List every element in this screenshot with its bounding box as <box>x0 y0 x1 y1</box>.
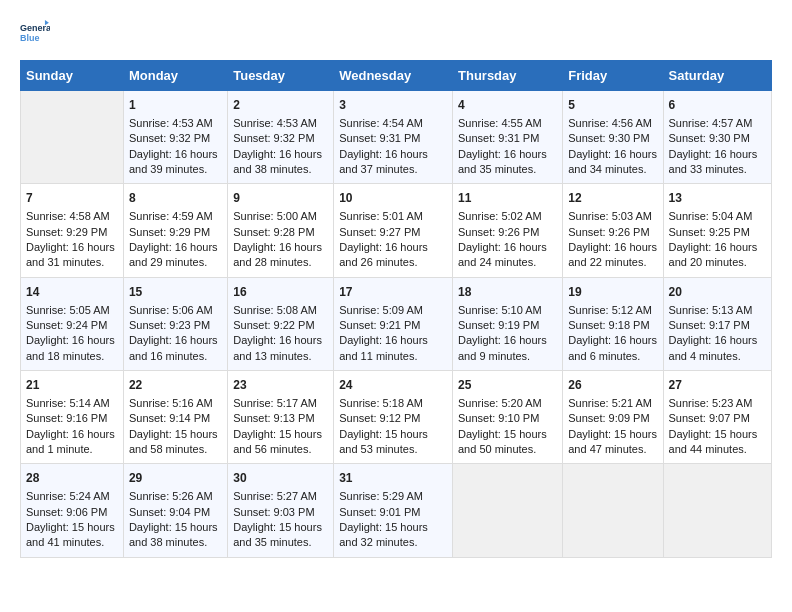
day-info: Daylight: 15 hours and 35 minutes. <box>233 520 328 551</box>
day-number: 20 <box>669 284 766 301</box>
day-cell: 6Sunrise: 4:57 AMSunset: 9:30 PMDaylight… <box>663 91 771 184</box>
week-row-2: 7Sunrise: 4:58 AMSunset: 9:29 PMDaylight… <box>21 184 772 277</box>
day-info: Daylight: 16 hours and 26 minutes. <box>339 240 447 271</box>
day-info: Sunrise: 5:12 AM <box>568 303 657 318</box>
day-cell: 14Sunrise: 5:05 AMSunset: 9:24 PMDayligh… <box>21 277 124 370</box>
day-info: Daylight: 16 hours and 13 minutes. <box>233 333 328 364</box>
day-info: Sunrise: 4:53 AM <box>129 116 222 131</box>
day-number: 16 <box>233 284 328 301</box>
day-number: 14 <box>26 284 118 301</box>
day-info: Sunset: 9:22 PM <box>233 318 328 333</box>
day-cell: 25Sunrise: 5:20 AMSunset: 9:10 PMDayligh… <box>453 371 563 464</box>
day-info: Sunrise: 5:27 AM <box>233 489 328 504</box>
day-number: 3 <box>339 97 447 114</box>
day-cell: 7Sunrise: 4:58 AMSunset: 9:29 PMDaylight… <box>21 184 124 277</box>
day-info: Daylight: 16 hours and 31 minutes. <box>26 240 118 271</box>
day-info: Sunrise: 5:13 AM <box>669 303 766 318</box>
day-cell: 9Sunrise: 5:00 AMSunset: 9:28 PMDaylight… <box>228 184 334 277</box>
day-cell <box>453 464 563 557</box>
day-number: 24 <box>339 377 447 394</box>
day-info: Sunset: 9:32 PM <box>129 131 222 146</box>
day-info: Daylight: 16 hours and 24 minutes. <box>458 240 557 271</box>
day-info: Daylight: 16 hours and 28 minutes. <box>233 240 328 271</box>
day-info: Sunrise: 5:24 AM <box>26 489 118 504</box>
week-row-3: 14Sunrise: 5:05 AMSunset: 9:24 PMDayligh… <box>21 277 772 370</box>
day-cell: 11Sunrise: 5:02 AMSunset: 9:26 PMDayligh… <box>453 184 563 277</box>
day-info: Sunset: 9:03 PM <box>233 505 328 520</box>
day-info: Daylight: 16 hours and 34 minutes. <box>568 147 657 178</box>
day-info: Sunrise: 5:04 AM <box>669 209 766 224</box>
day-info: Sunset: 9:06 PM <box>26 505 118 520</box>
day-number: 19 <box>568 284 657 301</box>
day-info: Sunrise: 4:53 AM <box>233 116 328 131</box>
day-number: 15 <box>129 284 222 301</box>
day-info: Daylight: 16 hours and 33 minutes. <box>669 147 766 178</box>
day-info: Sunset: 9:17 PM <box>669 318 766 333</box>
day-info: Daylight: 16 hours and 29 minutes. <box>129 240 222 271</box>
day-info: Daylight: 15 hours and 53 minutes. <box>339 427 447 458</box>
day-info: Sunset: 9:28 PM <box>233 225 328 240</box>
day-info: Sunrise: 5:18 AM <box>339 396 447 411</box>
day-number: 10 <box>339 190 447 207</box>
day-info: Sunset: 9:07 PM <box>669 411 766 426</box>
day-info: Sunrise: 4:59 AM <box>129 209 222 224</box>
day-cell <box>563 464 663 557</box>
day-cell: 18Sunrise: 5:10 AMSunset: 9:19 PMDayligh… <box>453 277 563 370</box>
day-info: Daylight: 16 hours and 4 minutes. <box>669 333 766 364</box>
day-number: 12 <box>568 190 657 207</box>
day-info: Sunrise: 5:06 AM <box>129 303 222 318</box>
day-info: Daylight: 15 hours and 41 minutes. <box>26 520 118 551</box>
day-info: Sunset: 9:13 PM <box>233 411 328 426</box>
day-number: 18 <box>458 284 557 301</box>
day-info: Sunset: 9:26 PM <box>568 225 657 240</box>
day-info: Sunrise: 5:21 AM <box>568 396 657 411</box>
day-info: Sunrise: 5:29 AM <box>339 489 447 504</box>
day-info: Daylight: 15 hours and 56 minutes. <box>233 427 328 458</box>
day-info: Daylight: 16 hours and 37 minutes. <box>339 147 447 178</box>
day-info: Sunrise: 5:08 AM <box>233 303 328 318</box>
day-info: Sunset: 9:26 PM <box>458 225 557 240</box>
day-cell: 27Sunrise: 5:23 AMSunset: 9:07 PMDayligh… <box>663 371 771 464</box>
day-cell: 13Sunrise: 5:04 AMSunset: 9:25 PMDayligh… <box>663 184 771 277</box>
day-cell: 2Sunrise: 4:53 AMSunset: 9:32 PMDaylight… <box>228 91 334 184</box>
day-info: Daylight: 15 hours and 44 minutes. <box>669 427 766 458</box>
day-cell: 8Sunrise: 4:59 AMSunset: 9:29 PMDaylight… <box>123 184 227 277</box>
week-row-4: 21Sunrise: 5:14 AMSunset: 9:16 PMDayligh… <box>21 371 772 464</box>
day-cell: 21Sunrise: 5:14 AMSunset: 9:16 PMDayligh… <box>21 371 124 464</box>
header-tuesday: Tuesday <box>228 61 334 91</box>
day-info: Sunset: 9:18 PM <box>568 318 657 333</box>
day-cell: 29Sunrise: 5:26 AMSunset: 9:04 PMDayligh… <box>123 464 227 557</box>
day-info: Sunset: 9:04 PM <box>129 505 222 520</box>
day-cell: 3Sunrise: 4:54 AMSunset: 9:31 PMDaylight… <box>334 91 453 184</box>
day-info: Daylight: 16 hours and 6 minutes. <box>568 333 657 364</box>
day-number: 21 <box>26 377 118 394</box>
day-number: 2 <box>233 97 328 114</box>
day-info: Sunset: 9:30 PM <box>568 131 657 146</box>
day-info: Sunrise: 4:55 AM <box>458 116 557 131</box>
header-monday: Monday <box>123 61 227 91</box>
day-number: 31 <box>339 470 447 487</box>
day-number: 30 <box>233 470 328 487</box>
svg-text:Blue: Blue <box>20 33 40 43</box>
day-number: 25 <box>458 377 557 394</box>
day-info: Daylight: 16 hours and 35 minutes. <box>458 147 557 178</box>
week-row-1: 1Sunrise: 4:53 AMSunset: 9:32 PMDaylight… <box>21 91 772 184</box>
day-info: Daylight: 16 hours and 9 minutes. <box>458 333 557 364</box>
day-cell: 15Sunrise: 5:06 AMSunset: 9:23 PMDayligh… <box>123 277 227 370</box>
day-cell <box>663 464 771 557</box>
logo-icon: General Blue <box>20 20 50 50</box>
day-number: 1 <box>129 97 222 114</box>
day-info: Sunrise: 5:00 AM <box>233 209 328 224</box>
day-info: Sunset: 9:27 PM <box>339 225 447 240</box>
day-info: Daylight: 15 hours and 50 minutes. <box>458 427 557 458</box>
day-info: Sunset: 9:01 PM <box>339 505 447 520</box>
day-info: Sunset: 9:30 PM <box>669 131 766 146</box>
day-number: 29 <box>129 470 222 487</box>
day-number: 7 <box>26 190 118 207</box>
day-info: Sunset: 9:12 PM <box>339 411 447 426</box>
day-info: Sunrise: 4:58 AM <box>26 209 118 224</box>
day-cell: 1Sunrise: 4:53 AMSunset: 9:32 PMDaylight… <box>123 91 227 184</box>
day-cell: 17Sunrise: 5:09 AMSunset: 9:21 PMDayligh… <box>334 277 453 370</box>
page-header: General Blue <box>20 20 772 50</box>
day-info: Sunrise: 5:17 AM <box>233 396 328 411</box>
